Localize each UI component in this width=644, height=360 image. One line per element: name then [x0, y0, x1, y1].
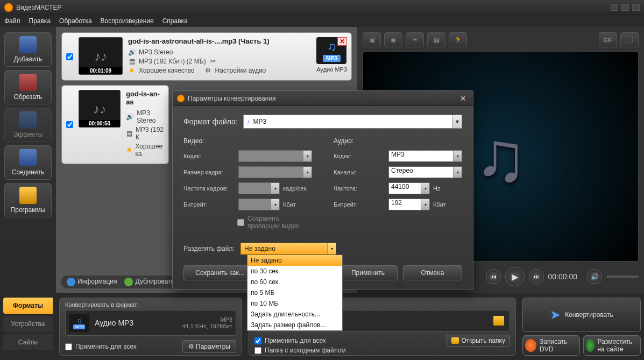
split-option[interactable]: Задать длительность... [247, 309, 342, 320]
add-button[interactable]: Добавить [4, 32, 52, 67]
speed-tool-icon[interactable]: 🏃 [449, 32, 467, 47]
audio-bitrate-label: Битрейт: [334, 201, 385, 208]
split-option[interactable]: Не задано [247, 255, 342, 266]
split-option[interactable]: по 60 сек. [247, 277, 342, 287]
framerate-unit: кадр/сек. [283, 185, 312, 192]
format-file-value: MP3 [253, 118, 267, 125]
split-option[interactable]: по 10 МБ [247, 298, 342, 309]
menu-playback[interactable]: Воспроизведение [101, 17, 154, 25]
info-icon [67, 278, 75, 286]
audio-bitrate-unit: Кбит [433, 201, 462, 208]
format-header: Конвертировать в формат: [65, 301, 236, 308]
dropdown-icon: ▾ [452, 115, 462, 128]
menu-edit[interactable]: Правка [29, 17, 51, 25]
split-option[interactable]: по 5 МБ [247, 287, 342, 298]
save-as-button[interactable]: Сохранить как... [183, 265, 256, 280]
scissors-icon[interactable]: ✂ [209, 58, 217, 65]
duplicate-button[interactable]: Дублировать [124, 278, 174, 286]
playback-time: 00:00:00 [548, 272, 578, 281]
apply-all-checkbox[interactable] [65, 343, 72, 350]
frequency-label: Частота: [334, 185, 385, 192]
split-option[interactable]: по 30 сек. [247, 266, 342, 277]
apply-button[interactable]: Применить [338, 265, 398, 280]
play-button[interactable]: ▶ [505, 267, 525, 286]
file-checkbox[interactable] [66, 121, 73, 128]
codec-icon: ▤ [128, 58, 136, 65]
tab-formats[interactable]: Форматы [3, 298, 53, 314]
tab-devices[interactable]: Устройства [3, 316, 53, 332]
effects-button[interactable]: Эффекты [4, 108, 52, 142]
format-badge-label: MP3 [323, 55, 341, 62]
file-audio: MP3 Stereo [139, 48, 173, 56]
cut-button[interactable]: Обрезать [4, 70, 52, 104]
split-file-select[interactable]: Не задано ▾ [240, 243, 336, 255]
app-title: ВидеоМАСТЕР [16, 4, 611, 11]
menu-help[interactable]: Справка [162, 17, 188, 25]
maximize-button[interactable] [621, 4, 629, 11]
apply-all-save-checkbox[interactable] [254, 337, 261, 344]
remove-file-button[interactable]: ✕ [337, 37, 347, 46]
apply-all-save-label: Применить для всех [265, 337, 326, 344]
close-window-button[interactable] [632, 4, 640, 11]
publish-button[interactable]: Разместить на сайте [583, 335, 641, 356]
audio-codec-select[interactable]: MP3▾ [388, 150, 462, 162]
format-file-label: Формат файла: [183, 117, 238, 126]
next-button[interactable]: ⏭ [529, 269, 544, 284]
gear-icon[interactable]: ⚙ [204, 67, 212, 74]
dvd-icon [525, 339, 536, 352]
video-codec-input: ▾ [238, 150, 312, 162]
prev-button[interactable]: ⏮ [486, 269, 501, 284]
file-settings-link[interactable]: Настройки аудио [215, 67, 266, 74]
join-button[interactable]: Соединить [4, 145, 52, 180]
brightness-tool-icon[interactable]: ☀ [406, 32, 424, 47]
format-selector[interactable]: ♫MP3 Аудио MP3 MP3 44,1 KHz, 192Кбит [65, 310, 236, 336]
info-button[interactable]: Информация [67, 278, 117, 286]
dialog-close-button[interactable]: ✕ [458, 94, 469, 103]
fullscreen-icon[interactable]: ⛶ [620, 32, 639, 47]
burn-dvd-button[interactable]: Записать DVD [522, 335, 580, 356]
file-quality: Хорошее качество [139, 67, 194, 74]
programs-button[interactable]: Программы [4, 183, 52, 217]
menu-process[interactable]: Обработка [59, 17, 92, 25]
parameters-button[interactable]: ⚙ Параметры [182, 340, 236, 353]
music-note-icon: ♫ [475, 116, 527, 197]
app-icon [177, 95, 185, 102]
file-item[interactable]: ♪♪ 00:00:50 god-is-an-as 🔊MP3 Stereo ▤MP… [61, 85, 169, 164]
audio-section-header: Аудио: [334, 137, 462, 145]
snapshot-tool-icon[interactable]: ◉ [384, 32, 402, 47]
open-folder-button[interactable]: Открыть папку [447, 335, 510, 347]
framesize-input: ▾ [238, 166, 312, 178]
conversion-params-dialog: Параметры конвертирования ✕ Формат файла… [172, 90, 473, 290]
volume-slider[interactable] [606, 276, 639, 278]
gif-tool-button[interactable]: GIF [599, 32, 617, 47]
keep-ratio-label: Сохранять пропорции видео [247, 215, 312, 230]
music-note-icon: ♪ [247, 118, 250, 125]
cancel-button[interactable]: Отмена [403, 265, 462, 280]
app-icon [4, 3, 13, 12]
video-bitrate-unit: Кбит [283, 201, 312, 208]
format-file-select[interactable]: ♪ MP3 ▾ [243, 115, 462, 129]
globe-icon [586, 339, 595, 352]
browse-folder-icon[interactable] [493, 316, 504, 326]
file-checkbox[interactable] [66, 53, 73, 60]
minimize-button[interactable] [611, 4, 618, 11]
crop-tool-icon[interactable]: ▣ [363, 32, 381, 47]
tab-sites[interactable]: Сайты [3, 334, 53, 350]
convert-button[interactable]: ➤ Конвертировать [522, 298, 641, 332]
film-tool-icon[interactable]: ▦ [427, 32, 445, 47]
audio-icon: 🔊 [128, 48, 136, 56]
audio-bitrate-select[interactable]: 192▾ [388, 199, 430, 210]
add-label: Добавить [13, 55, 42, 63]
format-icon: ♫MP3 [69, 314, 89, 332]
source-folder-checkbox[interactable] [254, 347, 261, 354]
audio-icon: 🔊 [126, 113, 133, 121]
split-option[interactable]: Задать размер файлов... [247, 320, 342, 330]
format-specs: 44,1 KHz, 192Кбит [182, 323, 232, 329]
menu-file[interactable]: Файл [4, 17, 20, 25]
frequency-select[interactable]: 44100▾ [388, 182, 430, 194]
volume-icon[interactable]: 🔊 [587, 269, 602, 284]
channels-select[interactable]: Стерео▾ [388, 166, 462, 178]
music-note-icon: ♫ [327, 40, 336, 54]
file-item[interactable]: ♪♪ 00:01:09 god-is-an-astronaut-all-is-.… [61, 32, 352, 81]
file-codec: MP3 (192 К [136, 126, 164, 141]
